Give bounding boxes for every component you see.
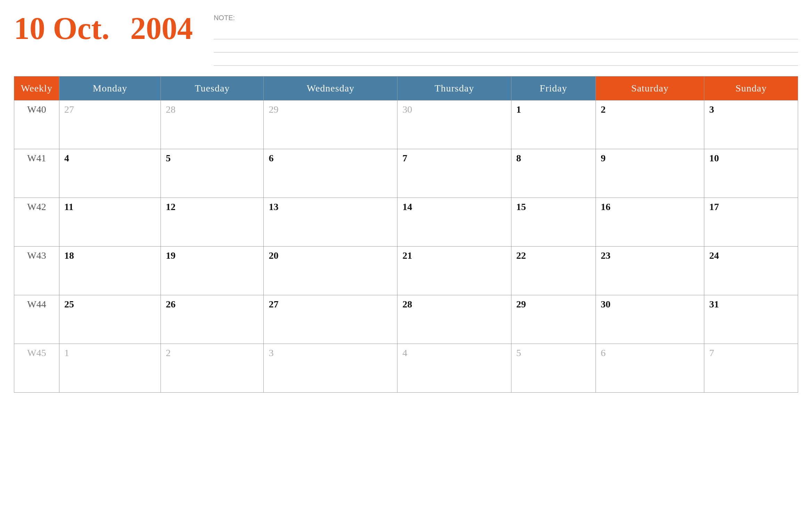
day-cell: 15: [511, 198, 596, 247]
day-cell: 1: [59, 344, 161, 393]
week-label: W42: [14, 198, 59, 247]
calendar-week-row: W4211121314151617: [14, 198, 798, 247]
week-label: W40: [14, 101, 59, 149]
week-label: W43: [14, 247, 59, 295]
day-cell: 30: [397, 101, 511, 149]
day-cell: 18: [59, 247, 161, 295]
day-cell: 24: [704, 247, 798, 295]
day-cell: 2: [596, 101, 704, 149]
day-cell: 11: [59, 198, 161, 247]
th-thursday: Thursday: [397, 77, 511, 101]
year-number: 2004: [130, 10, 193, 46]
day-cell: 3: [264, 344, 397, 393]
day-cell: 28: [161, 101, 264, 149]
calendar-week-row: W4027282930123: [14, 101, 798, 149]
day-cell: 2: [161, 344, 264, 393]
day-cell: 27: [264, 295, 397, 344]
day-cell: 4: [397, 344, 511, 393]
th-saturday: Saturday: [596, 77, 704, 101]
day-cell: 26: [161, 295, 264, 344]
day-cell: 21: [397, 247, 511, 295]
th-sunday: Sunday: [704, 77, 798, 101]
day-cell: 1: [511, 101, 596, 149]
day-cell: 14: [397, 198, 511, 247]
calendar-week-row: W4145678910: [14, 149, 798, 198]
day-cell: 25: [59, 295, 161, 344]
calendar-week-row: W4318192021222324: [14, 247, 798, 295]
month-name: Oct.: [53, 11, 109, 46]
th-tuesday: Tuesday: [161, 77, 264, 101]
day-cell: 19: [161, 247, 264, 295]
day-cell: 17: [704, 198, 798, 247]
th-weekly: Weekly: [14, 77, 59, 101]
note-line-1: [214, 26, 798, 39]
day-cell: 28: [397, 295, 511, 344]
day-cell: 5: [511, 344, 596, 393]
date-display: 10 Oct. 2004: [14, 10, 193, 46]
day-cell: 29: [264, 101, 397, 149]
note-line-3: [214, 53, 798, 66]
day-cell: 13: [264, 198, 397, 247]
day-cell: 7: [704, 344, 798, 393]
week-label: W41: [14, 149, 59, 198]
day-cell: 6: [264, 149, 397, 198]
day-cell: 12: [161, 198, 264, 247]
day-cell: 31: [704, 295, 798, 344]
day-cell: 6: [596, 344, 704, 393]
calendar-table: Weekly Monday Tuesday Wednesday Thursday…: [14, 76, 798, 393]
day-cell: 22: [511, 247, 596, 295]
week-label: W45: [14, 344, 59, 393]
calendar-week-row: W4425262728293031: [14, 295, 798, 344]
day-cell: 9: [596, 149, 704, 198]
note-line-2: [214, 39, 798, 53]
day-cell: 5: [161, 149, 264, 198]
day-cell: 30: [596, 295, 704, 344]
day-number: 10: [14, 11, 45, 46]
day-cell: 23: [596, 247, 704, 295]
day-cell: 4: [59, 149, 161, 198]
note-area: NOTE:: [214, 10, 798, 66]
note-label: NOTE:: [214, 14, 798, 22]
week-label: W44: [14, 295, 59, 344]
calendar-header-row: Weekly Monday Tuesday Wednesday Thursday…: [14, 77, 798, 101]
calendar-week-row: W451234567: [14, 344, 798, 393]
day-cell: 3: [704, 101, 798, 149]
day-month: 10 Oct.: [14, 10, 109, 46]
day-cell: 27: [59, 101, 161, 149]
day-cell: 8: [511, 149, 596, 198]
th-wednesday: Wednesday: [264, 77, 397, 101]
day-cell: 20: [264, 247, 397, 295]
day-cell: 16: [596, 198, 704, 247]
day-cell: 7: [397, 149, 511, 198]
day-cell: 10: [704, 149, 798, 198]
day-cell: 29: [511, 295, 596, 344]
page-header: 10 Oct. 2004 NOTE:: [14, 10, 798, 66]
th-monday: Monday: [59, 77, 161, 101]
th-friday: Friday: [511, 77, 596, 101]
